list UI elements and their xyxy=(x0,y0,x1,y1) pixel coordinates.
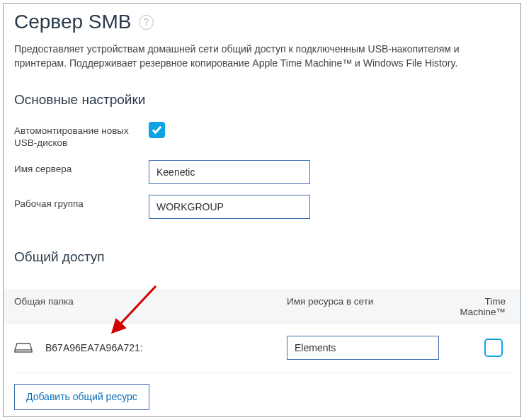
server-name-input[interactable] xyxy=(149,160,310,184)
server-name-row: Имя сервера xyxy=(14,160,510,195)
share-folder-cell: B67A96EA7A96A721: xyxy=(14,342,287,353)
add-share-button[interactable]: Добавить общий ресурс xyxy=(14,384,149,410)
workgroup-input[interactable] xyxy=(149,195,310,219)
shares-table-header: Общая папка Имя ресурса в сети Time Mach… xyxy=(4,289,520,324)
basic-settings-section: Основные настройки Автомонтирование новы… xyxy=(14,92,510,229)
timemachine-checkbox[interactable] xyxy=(484,339,503,357)
page-description: Предоставляет устройствам домашней сети … xyxy=(14,42,510,92)
automount-row: Автомонтирование новых USB-дисков xyxy=(14,122,510,160)
page-title-text: Сервер SMB xyxy=(14,11,132,33)
workgroup-label: Рабочая группа xyxy=(14,195,149,210)
basic-settings-title: Основные настройки xyxy=(14,92,510,122)
server-name-label: Имя сервера xyxy=(14,160,149,176)
table-row: B67A96EA7A96A721: xyxy=(14,324,510,373)
share-resource-input[interactable] xyxy=(287,336,439,360)
automount-label: Автомонтирование новых USB-дисков xyxy=(14,122,149,149)
workgroup-row: Рабочая группа xyxy=(14,195,510,229)
col-header-folder: Общая папка xyxy=(14,296,287,317)
drive-icon xyxy=(14,342,33,353)
automount-checkbox[interactable] xyxy=(149,122,165,138)
shares-title: Общий доступ xyxy=(14,249,510,279)
share-folder-name: B67A96EA7A96A721: xyxy=(45,342,143,353)
col-header-resource: Имя ресурса в сети xyxy=(287,296,446,317)
col-header-timemachine: Time Machine™ xyxy=(446,296,510,317)
shares-section: Общий доступ Общая папка Имя ресурса в с… xyxy=(14,229,510,410)
check-icon xyxy=(151,124,163,136)
page-title: Сервер SMB ? xyxy=(14,4,510,42)
share-timemachine-cell xyxy=(446,339,510,357)
help-icon[interactable]: ? xyxy=(139,15,154,30)
share-resource-cell xyxy=(287,336,446,360)
